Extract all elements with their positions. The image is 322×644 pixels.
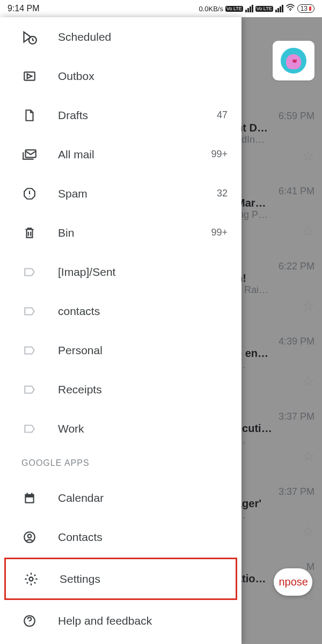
nav-label: Drafts <box>58 109 217 122</box>
inbox-time: 3:37 PM <box>236 486 314 497</box>
inbox-sender: e en… <box>236 347 314 360</box>
gear-icon <box>23 571 39 587</box>
inbox-time: 6:41 PM <box>236 186 314 197</box>
wifi-icon <box>286 4 295 13</box>
inbox-sender: Mar… <box>236 197 314 209</box>
nav-item-drafts[interactable]: Drafts 47 <box>0 96 241 135</box>
label-icon <box>21 421 38 437</box>
star-icon[interactable]: ☆ <box>302 523 314 540</box>
nav-item-help[interactable]: Help and feedback <box>0 601 241 640</box>
nav-label: [Imap]/Sent <box>58 266 228 279</box>
inbox-snippet: edIn… <box>236 134 314 145</box>
help-icon <box>21 613 38 629</box>
nav-item-bin[interactable]: Bin 99+ <box>0 213 241 252</box>
status-right: 0.0KB/s Vo LTE Vo LTE 13 <box>199 4 314 13</box>
svg-rect-5 <box>26 497 33 502</box>
inbox-row[interactable]: 3:37 PM ager' … ☆ <box>236 486 314 545</box>
inbox-row[interactable]: 6:22 PM n! n Rai… ☆ <box>236 261 314 320</box>
navigation-drawer: Scheduled Outbox Drafts 47 All mail 99+ <box>0 17 241 644</box>
scheduled-icon <box>21 29 38 45</box>
inbox-row[interactable]: 6:41 PM Mar… ing P… ☆ <box>236 186 314 245</box>
nav-label: Scheduled <box>58 31 228 43</box>
nav-count: 32 <box>217 188 228 199</box>
inbox-snippet: … <box>236 510 314 521</box>
avatar-icon <box>281 48 306 74</box>
nav-item-receipts[interactable]: Receipts <box>0 370 241 409</box>
nav-label: Spam <box>58 187 217 200</box>
battery-icon: 13 <box>297 4 314 13</box>
inbox-snippet: ing P… <box>236 209 314 221</box>
star-icon[interactable]: ☆ <box>302 223 314 239</box>
nav-item-calendar[interactable]: Calendar <box>0 478 241 517</box>
label-icon <box>21 303 38 319</box>
svg-rect-3 <box>26 150 36 157</box>
inbox-sender: nt D… <box>236 122 314 134</box>
signal-bars-icon-2 <box>275 5 283 12</box>
nav-label: Personal <box>58 344 228 357</box>
inbox-row[interactable]: 3:37 PM ecuti… … ☆ <box>236 411 314 470</box>
nav-label: Receipts <box>58 383 228 396</box>
nav-count: 47 <box>217 109 228 121</box>
nav-label: contacts <box>58 305 228 318</box>
inbox-sender: ager' <box>236 497 314 510</box>
volte-badge-1: Vo LTE <box>225 6 243 12</box>
net-speed: 0.0KB/s <box>199 5 223 13</box>
svg-point-7 <box>28 534 32 538</box>
nav-item-work[interactable]: Work <box>0 409 241 448</box>
nav-item-contacts-app[interactable]: Contacts <box>0 517 241 557</box>
nav-label: All mail <box>58 148 211 161</box>
star-icon[interactable]: ☆ <box>302 298 314 314</box>
nav-count: 99+ <box>211 227 228 238</box>
svg-rect-2 <box>24 72 35 80</box>
inbox-sender: ecuti… <box>236 422 314 435</box>
star-icon[interactable]: ☆ <box>302 148 314 164</box>
inbox-sender: n! <box>236 272 314 284</box>
drafts-icon <box>21 107 38 123</box>
star-icon[interactable]: ☆ <box>302 448 314 465</box>
star-icon[interactable]: ☆ <box>302 373 314 390</box>
label-icon <box>21 264 38 280</box>
nav-label: Settings <box>60 573 222 586</box>
nav-label: Contacts <box>58 531 228 544</box>
svg-point-8 <box>30 577 33 581</box>
bin-icon <box>21 225 38 241</box>
signal-bars-icon-1 <box>245 5 253 12</box>
nav-item-outbox[interactable]: Outbox <box>0 56 241 96</box>
inbox-time: 6:59 PM <box>236 111 314 122</box>
label-icon <box>21 342 38 358</box>
calendar-icon <box>21 490 38 506</box>
compose-button[interactable]: npose <box>274 568 313 596</box>
status-time: 9:14 PM <box>8 4 40 13</box>
volte-badge-2: Vo LTE <box>255 6 273 12</box>
section-header-google-apps: GOOGLE APPS <box>0 448 241 478</box>
nav-item-imap-sent[interactable]: [Imap]/Sent <box>0 252 241 291</box>
inbox-time: 6:22 PM <box>236 261 314 272</box>
inbox-snippet: n Rai… <box>236 284 314 296</box>
inbox-row[interactable]: 6:59 PM nt D… edIn… ☆ <box>236 111 314 170</box>
nav-item-contacts-label[interactable]: contacts <box>0 291 241 331</box>
inbox-row[interactable]: 4:39 PM e en… … ☆ <box>236 336 314 395</box>
profile-avatar-card[interactable] <box>273 41 314 80</box>
nav-count: 99+ <box>211 149 228 160</box>
nav-label: Work <box>58 422 228 435</box>
spam-icon <box>21 186 38 202</box>
compose-label: npose <box>279 576 309 588</box>
settings-highlight-box: Settings <box>4 558 237 600</box>
nav-label: Bin <box>58 226 211 239</box>
allmail-icon <box>21 147 38 163</box>
nav-item-allmail[interactable]: All mail 99+ <box>0 135 241 174</box>
outbox-icon <box>21 68 38 84</box>
svg-point-0 <box>290 10 291 11</box>
nav-item-settings[interactable]: Settings <box>6 559 236 598</box>
nav-label: Help and feedback <box>58 614 228 627</box>
nav-item-spam[interactable]: Spam 32 <box>0 174 241 213</box>
inbox-time: 4:39 PM <box>236 336 314 347</box>
inbox-snippet: … <box>236 360 314 371</box>
contacts-icon <box>21 529 38 545</box>
nav-label: Outbox <box>58 70 228 83</box>
status-bar: 9:14 PM 0.0KB/s Vo LTE Vo LTE 13 <box>0 0 322 17</box>
inbox-time: 3:37 PM <box>236 411 314 422</box>
nav-item-personal[interactable]: Personal <box>0 331 241 370</box>
nav-item-scheduled[interactable]: Scheduled <box>0 17 241 56</box>
label-icon <box>21 382 38 398</box>
